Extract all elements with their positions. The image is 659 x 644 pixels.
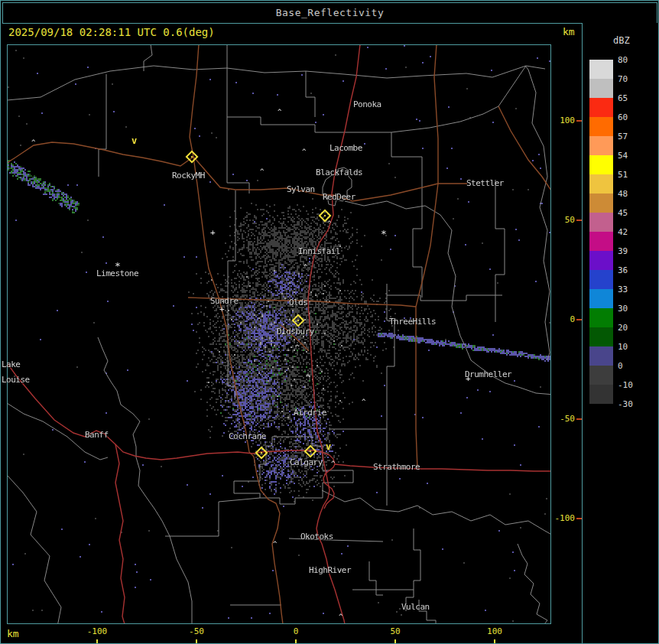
caret-peak-marker: ^	[273, 541, 277, 547]
dbz-legend-panel: dBZ 807065605754514845423936333020100-10…	[582, 23, 659, 644]
city-label: Lacombe	[330, 143, 362, 153]
city-label: Innisfail	[298, 246, 340, 256]
caret-peak-marker: ^	[331, 460, 335, 467]
legend-dbz-label: 36	[618, 265, 648, 275]
legend-swatch	[589, 232, 613, 251]
caret-peak-marker: ^	[304, 264, 307, 270]
right-axis-tick-label: 100	[553, 115, 575, 125]
v-wind-marker: v	[131, 137, 137, 145]
legend-swatch	[589, 174, 613, 194]
legend-dbz-label: -30	[618, 399, 648, 409]
legend-dbz-label: 48	[618, 189, 648, 199]
legend-swatch	[589, 194, 613, 213]
city-label: Okotoks	[300, 532, 333, 542]
legend-swatch	[589, 308, 613, 327]
window-title: Base_Reflectivity	[276, 7, 385, 18]
bottom-axis-tick-label: 100	[487, 626, 502, 636]
city-label: RedDeer	[323, 192, 355, 202]
legend-dbz-label: 70	[618, 74, 648, 84]
title-bar: Base_Reflectivity	[2, 2, 657, 24]
legend-swatch	[589, 270, 613, 289]
city-label: Airdrie	[294, 408, 326, 418]
legend-dbz-label: 20	[618, 323, 648, 333]
radar-map-viewport[interactable]: PonokaLacombeBlackfaldsSylvanRedDeerStet…	[7, 44, 551, 624]
legend-swatch	[589, 98, 613, 117]
legend-swatch	[589, 251, 613, 270]
legend-dbz-label: 42	[618, 227, 648, 237]
legend-dbz-label: 65	[618, 93, 648, 103]
legend-dbz-label: 10	[618, 342, 648, 352]
legend-swatch	[589, 136, 613, 155]
caret-peak-marker: ^	[339, 613, 342, 620]
city-label: Lake	[2, 359, 21, 369]
city-label: Blackfalds	[316, 168, 362, 177]
legend-swatch	[589, 366, 613, 385]
bottom-axis-tick	[494, 639, 495, 644]
legend-swatch	[589, 155, 613, 174]
station-center-dot	[297, 320, 300, 322]
city-label: Vulcan	[401, 602, 430, 612]
legend-swatch	[589, 79, 613, 98]
caret-peak-marker: ^	[295, 344, 299, 350]
city-label: HighRiver	[309, 565, 351, 575]
caret-peak-marker: ^	[260, 168, 264, 174]
legend-dbz-label: 60	[618, 112, 648, 122]
map-labels-layer: PonokaLacombeBlackfaldsSylvanRedDeerStet…	[8, 45, 550, 623]
city-label: RockyMH	[172, 171, 205, 181]
legend-dbz-label: 51	[618, 170, 648, 180]
legend-dbz-label: 0	[618, 361, 648, 371]
city-label: Didsbury	[277, 327, 314, 337]
bottom-axis-tick-label: -100	[87, 626, 108, 636]
legend-color-scale	[589, 60, 613, 404]
radar-app-window: Base_Reflectivity 2025/09/18 02:28:11 UT…	[0, 0, 659, 644]
right-axis-unit-label: km	[563, 26, 575, 37]
right-axis-tick-label: -50	[553, 414, 575, 424]
city-label: Sylvan	[287, 184, 315, 194]
station-center-dot	[191, 156, 193, 158]
caret-peak-marker: ^	[306, 374, 310, 380]
legend-dbz-label: 54	[618, 151, 648, 161]
station-center-dot	[324, 215, 326, 217]
city-label: Banff	[85, 430, 109, 440]
legend-dbz-label: 33	[618, 285, 648, 294]
asterisk-marker: *	[381, 230, 387, 238]
plus-marker: +	[466, 376, 471, 382]
legend-dbz-label: 30	[618, 304, 648, 314]
city-label: Stettler	[466, 178, 504, 188]
legend-title: dBZ	[613, 35, 630, 46]
station-diamond-marker[interactable]	[255, 447, 268, 460]
v-wind-marker: v	[326, 443, 331, 450]
bottom-axis-tick	[196, 639, 197, 644]
legend-dbz-label: 39	[618, 246, 648, 256]
city-label: ThreeHills	[389, 317, 436, 327]
right-axis-tick-label: 0	[553, 314, 575, 324]
bottom-axis-tick-label: 0	[294, 626, 299, 636]
caret-peak-marker: ^	[327, 220, 331, 226]
city-label: Cochrane	[229, 431, 266, 441]
legend-swatch	[589, 289, 613, 308]
caret-peak-marker: ^	[31, 139, 35, 145]
right-axis-tick-label: 50	[553, 215, 575, 225]
station-center-dot	[261, 452, 263, 454]
city-label: Calgary	[290, 457, 323, 467]
city-label: Olds	[289, 298, 308, 307]
legend-dbz-label: 80	[618, 55, 648, 65]
legend-swatch	[589, 385, 613, 404]
legend-swatch	[589, 117, 613, 136]
city-label: Drumheller	[465, 369, 511, 379]
bottom-axis-tick	[394, 639, 396, 644]
legend-dbz-label: 57	[618, 132, 648, 141]
asterisk-marker: *	[115, 262, 121, 270]
bottom-axis-tick-label: 50	[390, 626, 400, 636]
station-diamond-marker[interactable]	[292, 314, 305, 327]
legend-swatch	[589, 327, 613, 346]
scan-timestamp: 2025/09/18 02:28:11 UTC 0.6(deg)	[8, 26, 215, 38]
bottom-axis-tick	[96, 639, 98, 644]
station-center-dot	[310, 450, 312, 453]
city-label: Ponoka	[353, 99, 381, 109]
bottom-axis-tick	[295, 639, 297, 644]
station-diamond-marker[interactable]	[304, 445, 317, 458]
bottom-axis-tick-label: -50	[189, 626, 204, 636]
station-diamond-marker[interactable]	[186, 151, 199, 164]
city-label: Strathmore	[373, 462, 420, 472]
